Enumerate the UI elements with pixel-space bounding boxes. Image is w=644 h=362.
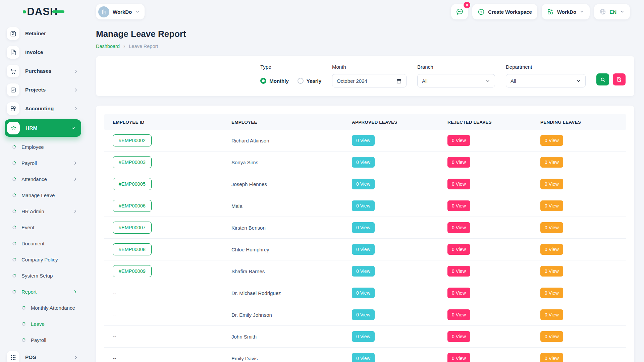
table-row: #EMP00008Chloe Humphrey0 View0 View0 Vie…: [104, 239, 626, 260]
workdo-menu-button[interactable]: WorkDo: [542, 4, 590, 19]
donut-bullet-icon: [12, 193, 16, 197]
department-select[interactable]: All: [506, 74, 586, 87]
approved-leaves-view-button[interactable]: 0 View: [352, 222, 375, 233]
employee-id-empty: --: [113, 290, 116, 296]
pending-leaves-view-button[interactable]: 0 View: [540, 266, 563, 277]
sidebar-subitem-hr-admin[interactable]: HR Admin: [0, 203, 87, 219]
breadcrumb-dashboard-link[interactable]: Dashboard: [96, 44, 120, 49]
sidebar-subitem-employee[interactable]: Employee: [0, 139, 87, 155]
sidebar-subitem-attendance[interactable]: Attendance: [0, 171, 87, 187]
approved-leaves-view-button[interactable]: 0 View: [352, 135, 375, 146]
table-row: --Emily Davis0 View0 View0 View: [104, 348, 626, 362]
approved-leaves-view-button[interactable]: 0 View: [352, 309, 375, 320]
rejected-leaves-view-button[interactable]: 0 View: [447, 135, 470, 146]
sidebar-item-accounting[interactable]: Accounting: [0, 99, 87, 118]
sidebar-subitem-event[interactable]: Event: [0, 219, 87, 235]
employee-id-button[interactable]: #EMP00009: [113, 265, 152, 277]
sidebar-subitem-document[interactable]: Document: [0, 235, 87, 251]
department-label: Department: [506, 64, 586, 70]
messages-button[interactable]: 0: [451, 4, 468, 19]
type-radio-monthly[interactable]: Monthly: [260, 78, 289, 84]
rejected-leaves-view-button[interactable]: 0 View: [447, 179, 470, 189]
language-selector[interactable]: EN: [594, 4, 630, 19]
table-row: #EMP00007Kirsten Benson0 View0 View0 Vie…: [104, 217, 626, 239]
donut-bullet-icon: [12, 209, 16, 214]
bullet-icon-wrap: [12, 241, 16, 246]
approved-leaves-view-button[interactable]: 0 View: [352, 266, 375, 277]
pending-leaves-view-button[interactable]: 0 View: [540, 200, 563, 211]
rejected-leaves-view-button[interactable]: 0 View: [447, 200, 470, 211]
sidebar: RetainerInvoicePurchasesProjectsAccounti…: [0, 20, 87, 362]
employee-name: Kirsten Benson: [223, 225, 343, 231]
pending-leaves-view-button[interactable]: 0 View: [540, 309, 563, 320]
pending-leaves-view-button[interactable]: 0 View: [540, 179, 563, 189]
approved-leaves-view-button[interactable]: 0 View: [352, 179, 375, 189]
approved-leaves-view-button[interactable]: 0 View: [352, 331, 375, 342]
approved-leaves-view-button[interactable]: 0 View: [352, 244, 375, 255]
employee-id-button[interactable]: #EMP00005: [113, 178, 152, 190]
sidebar-subitem-label: Event: [21, 225, 78, 230]
rejected-leaves-view-button[interactable]: 0 View: [447, 157, 470, 168]
rejected-leaves-view-button[interactable]: 0 View: [447, 222, 470, 233]
employee-id-button[interactable]: #EMP00002: [113, 134, 152, 146]
sidebar-subitem-payroll[interactable]: Payroll: [0, 155, 87, 171]
approved-leaves-view-button[interactable]: 0 View: [352, 200, 375, 211]
employee-id-cell: #EMP00008: [104, 243, 223, 255]
employee-id-button[interactable]: #EMP00006: [113, 200, 152, 212]
branch-filter-group: Branch All: [417, 64, 495, 87]
sidebar-subitem-report[interactable]: Report: [0, 284, 87, 300]
pending-leaves-view-button[interactable]: 0 View: [540, 222, 563, 233]
branch-select[interactable]: All: [417, 74, 495, 87]
pending-leaves-view-button[interactable]: 0 View: [540, 331, 563, 342]
pending-leaves-view-button[interactable]: 0 View: [540, 157, 563, 168]
sidebar-item-hrm[interactable]: HRM: [5, 119, 81, 137]
rejected-leaves-view-button[interactable]: 0 View: [447, 288, 470, 298]
pending-leaves-view-button[interactable]: 0 View: [540, 244, 563, 255]
sidebar-subitem-payroll[interactable]: Payroll: [0, 332, 87, 348]
sidebar-subitem-leave[interactable]: Leave: [0, 316, 87, 332]
sidebar-item-pos[interactable]: POS: [0, 348, 87, 362]
file-icon-chip: [7, 46, 19, 59]
rejected-leaves-view-button[interactable]: 0 View: [447, 331, 470, 342]
workspace-switcher[interactable]: WorkDo: [96, 4, 145, 19]
approved-leaves-view-button[interactable]: 0 View: [352, 157, 375, 168]
approved-leaves-view-button[interactable]: 0 View: [352, 288, 375, 298]
sidebar-subitem-monthly-attendance[interactable]: Monthly Attendance: [0, 300, 87, 316]
sidebar-subitem-company-policy[interactable]: Company Policy: [0, 251, 87, 267]
pending-leaves-view-button[interactable]: 0 View: [540, 353, 563, 362]
month-filter-group: Month October 2024: [332, 64, 407, 87]
rejected-leaves-view-button[interactable]: 0 View: [447, 353, 470, 362]
search-button[interactable]: [596, 73, 609, 85]
app-logo[interactable]: DASH: [23, 6, 65, 18]
employee-id-cell: --: [104, 312, 223, 318]
sidebar-item-projects[interactable]: Projects: [0, 80, 87, 99]
pending-leaves-cell: 0 View: [532, 222, 626, 233]
rejected-leaves-view-button[interactable]: 0 View: [447, 309, 470, 320]
rejected-leaves-view-button[interactable]: 0 View: [447, 266, 470, 277]
sidebar-item-retainer[interactable]: Retainer: [0, 24, 87, 43]
employee-id-button[interactable]: #EMP00008: [113, 243, 152, 255]
file-off-icon: [616, 77, 622, 82]
employee-name: Dr. Michael Rodriguez: [223, 290, 343, 296]
sidebar-subitem-system-setup[interactable]: System Setup: [0, 267, 87, 284]
pending-leaves-view-button[interactable]: 0 View: [540, 288, 563, 298]
breadcrumb-current: Leave Report: [129, 44, 158, 49]
rejected-leaves-view-button[interactable]: 0 View: [447, 244, 470, 255]
sidebar-subitem-manage-leave[interactable]: Manage Leave: [0, 187, 87, 203]
sidebar-item-label: Retainer: [25, 31, 78, 37]
pending-leaves-view-button[interactable]: 0 View: [540, 135, 563, 146]
bullet-icon-wrap: [21, 338, 26, 342]
sidebar-item-invoice[interactable]: Invoice: [0, 43, 87, 62]
employee-id-button[interactable]: #EMP00003: [113, 156, 152, 168]
reset-filter-button[interactable]: [613, 73, 626, 85]
month-input[interactable]: October 2024: [332, 74, 407, 87]
employee-name: Richard Atkinson: [223, 138, 343, 143]
employee-id-button[interactable]: #EMP00007: [113, 222, 152, 234]
globe-icon: [599, 8, 606, 15]
topbar-actions: 0 Create Workspace WorkDo EN: [451, 4, 630, 19]
sidebar-subitem-label: Company Policy: [21, 257, 78, 262]
create-workspace-button[interactable]: Create Workspace: [472, 4, 537, 19]
approved-leaves-view-button[interactable]: 0 View: [352, 353, 375, 362]
type-radio-yearly[interactable]: Yearly: [298, 78, 321, 84]
sidebar-item-purchases[interactable]: Purchases: [0, 62, 87, 80]
